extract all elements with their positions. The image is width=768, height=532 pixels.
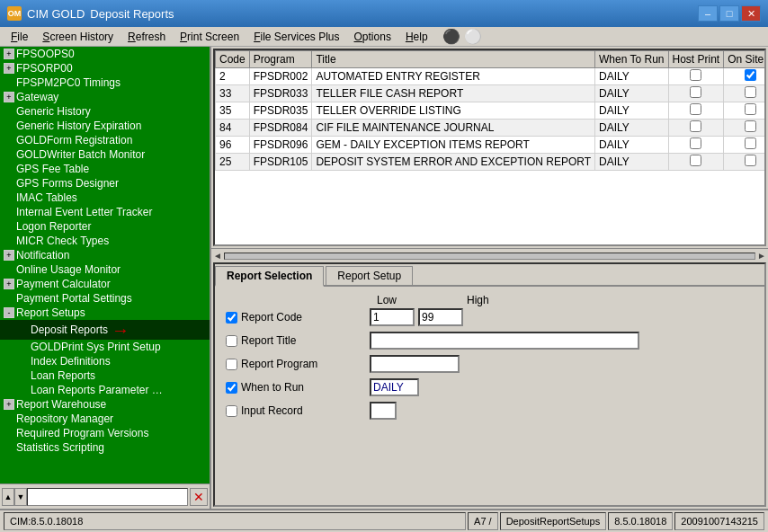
- expand-icon[interactable]: +: [4, 63, 14, 74]
- sidebar-scroll[interactable]: + FPSOOPS0 + FPSORP00 FPSPM2PC0 Timings …: [0, 47, 210, 483]
- expand-icon[interactable]: +: [4, 49, 14, 59]
- h-scroll-track[interactable]: [224, 253, 755, 260]
- report-title-input[interactable]: [370, 332, 639, 350]
- on-site-checkbox[interactable]: [745, 120, 756, 132]
- cell-on-site[interactable]: [724, 137, 766, 154]
- sidebar-item-goldprint[interactable]: GOLDPrint Sys Print Setup: [0, 340, 210, 354]
- cell-on-site[interactable]: [724, 85, 766, 102]
- report-table-container[interactable]: Code Program Title When To Run Host Prin…: [213, 49, 766, 246]
- sidebar-item-statistics[interactable]: Statistics Scripting: [0, 440, 210, 455]
- cell-host-print[interactable]: [668, 137, 724, 154]
- cell-host-print[interactable]: [668, 102, 724, 120]
- on-site-checkbox[interactable]: [745, 155, 756, 166]
- expand-icon[interactable]: +: [4, 250, 14, 261]
- close-button[interactable]: ✕: [741, 5, 761, 22]
- expand-icon[interactable]: +: [4, 279, 14, 289]
- cell-on-site[interactable]: [724, 68, 766, 85]
- report-program-checkbox[interactable]: [226, 359, 237, 370]
- sidebar-search-input[interactable]: [27, 488, 188, 506]
- sidebar-item-loan-reports[interactable]: Loan Reports: [0, 368, 210, 383]
- tab-report-setup[interactable]: Report Setup: [326, 266, 413, 285]
- table-row[interactable]: 2 FPSDR002 AUTOMATED ENTRY REGISTER DAIL…: [216, 68, 767, 85]
- on-site-checkbox[interactable]: [745, 137, 756, 149]
- cell-on-site[interactable]: [724, 102, 766, 120]
- report-code-high[interactable]: [418, 308, 463, 326]
- sidebar-item-gps-forms[interactable]: GPS Forms Designer: [0, 176, 210, 191]
- cell-host-print[interactable]: [668, 120, 724, 137]
- expand-icon[interactable]: -: [4, 307, 14, 318]
- host-print-checkbox[interactable]: [690, 86, 701, 98]
- menu-refresh[interactable]: Refresh: [121, 29, 173, 45]
- sidebar-item-generic-history[interactable]: Generic History: [0, 104, 210, 119]
- sidebar-item-fpsorp00[interactable]: + FPSORP00: [0, 61, 210, 75]
- cell-on-site[interactable]: [724, 120, 766, 137]
- sidebar-item-goldform[interactable]: GOLDForm Registration: [0, 133, 210, 147]
- status-date: 20091007143215: [674, 512, 764, 530]
- sidebar-clear-button[interactable]: ✕: [190, 488, 208, 506]
- when-to-run-input[interactable]: [370, 378, 419, 396]
- sidebar-nav-up[interactable]: ▲: [2, 488, 14, 506]
- h-scrollbar[interactable]: ◄ ►: [211, 248, 768, 262]
- menu-file-services[interactable]: File Services Plus: [246, 29, 346, 45]
- sidebar-nav-down[interactable]: ▼: [14, 488, 27, 506]
- host-print-checkbox[interactable]: [690, 69, 701, 81]
- sidebar-item-repository-manager[interactable]: Repository Manager: [0, 412, 210, 426]
- sidebar-item-payment-calculator[interactable]: + Payment Calculator: [0, 277, 210, 291]
- sidebar-item-goldwriter[interactable]: GOLDWriter Batch Monitor: [0, 147, 210, 162]
- table-row[interactable]: 33 FPSDR033 TELLER FILE CASH REPORT DAIL…: [216, 85, 767, 102]
- menu-screen-history[interactable]: Screen History: [35, 29, 121, 45]
- on-site-checkbox[interactable]: [745, 86, 756, 98]
- report-title-checkbox[interactable]: [226, 335, 237, 347]
- sidebar-item-notification[interactable]: + Notification: [0, 248, 210, 262]
- menu-help[interactable]: Help: [398, 29, 435, 45]
- sidebar-item-payment-portal[interactable]: Payment Portal Settings: [0, 291, 210, 306]
- host-print-checkbox[interactable]: [690, 137, 701, 149]
- sidebar-item-micr-check[interactable]: MICR Check Types: [0, 234, 210, 248]
- sidebar-item-fpspm2pc0[interactable]: FPSPM2PC0 Timings: [0, 75, 210, 90]
- table-row[interactable]: 96 FPSDR096 GEM - DAILY EXCEPTION ITEMS …: [216, 137, 767, 154]
- scroll-right[interactable]: ►: [757, 251, 766, 261]
- sidebar-item-deposit-reports[interactable]: Deposit Reports →: [0, 320, 210, 340]
- sidebar-item-gps-fee-table[interactable]: GPS Fee Table: [0, 162, 210, 176]
- scroll-left[interactable]: ◄: [213, 251, 222, 261]
- sidebar-item-gateway[interactable]: + Gateway: [0, 90, 210, 104]
- host-print-checkbox[interactable]: [690, 155, 701, 166]
- sidebar-label: Loan Reports: [31, 369, 95, 382]
- table-row[interactable]: 35 FPSDR035 TELLER OVERRIDE LISTING DAIL…: [216, 102, 767, 120]
- sidebar-item-imac-tables[interactable]: IMAC Tables: [0, 191, 210, 205]
- expand-icon[interactable]: +: [4, 92, 14, 102]
- sidebar-item-generic-history-exp[interactable]: Generic History Expiration: [0, 119, 210, 133]
- sidebar-item-internal-event[interactable]: Internal Event Letter Tracker: [0, 205, 210, 219]
- menu-file[interactable]: File: [4, 29, 35, 45]
- minimize-button[interactable]: –: [698, 5, 718, 22]
- cell-on-site[interactable]: [724, 154, 766, 171]
- expand-icon[interactable]: +: [4, 399, 14, 410]
- table-row[interactable]: 84 FPSDR084 CIF FILE MAINTENANCE JOURNAL…: [216, 120, 767, 137]
- sidebar-item-report-setups[interactable]: - Report Setups: [0, 306, 210, 320]
- report-program-input[interactable]: [370, 355, 460, 373]
- host-print-checkbox[interactable]: [690, 120, 701, 132]
- input-record-checkbox[interactable]: [226, 405, 237, 417]
- cell-host-print[interactable]: [668, 154, 724, 171]
- table-row[interactable]: 25 FPSDR105 DEPOSIT SYSTEM ERROR AND EXC…: [216, 154, 767, 171]
- sidebar-item-loan-reports-param[interactable]: Loan Reports Parameter Definitio...: [0, 383, 210, 397]
- host-print-checkbox[interactable]: [690, 103, 701, 115]
- report-code-checkbox[interactable]: [226, 312, 237, 324]
- report-code-low[interactable]: [370, 308, 415, 326]
- on-site-checkbox[interactable]: [745, 69, 756, 81]
- tab-report-selection[interactable]: Report Selection: [215, 266, 324, 287]
- sidebar-item-report-warehouse[interactable]: + Report Warehouse: [0, 397, 210, 412]
- sidebar-item-logon-reporter[interactable]: Logon Reporter: [0, 219, 210, 234]
- sidebar-item-online-usage[interactable]: Online Usage Monitor: [0, 262, 210, 277]
- sidebar-item-fpsoops0[interactable]: + FPSOOPS0: [0, 47, 210, 61]
- menu-options[interactable]: Options: [347, 29, 398, 45]
- cell-host-print[interactable]: [668, 85, 724, 102]
- maximize-button[interactable]: □: [719, 5, 739, 22]
- on-site-checkbox[interactable]: [745, 103, 756, 115]
- input-record-input[interactable]: [370, 402, 397, 420]
- cell-host-print[interactable]: [668, 68, 724, 85]
- sidebar-item-index-defs[interactable]: Index Definitions: [0, 354, 210, 368]
- when-to-run-checkbox[interactable]: [226, 382, 237, 394]
- menu-print-screen[interactable]: Print Screen: [173, 29, 246, 45]
- sidebar-item-required-program[interactable]: Required Program Versions: [0, 426, 210, 440]
